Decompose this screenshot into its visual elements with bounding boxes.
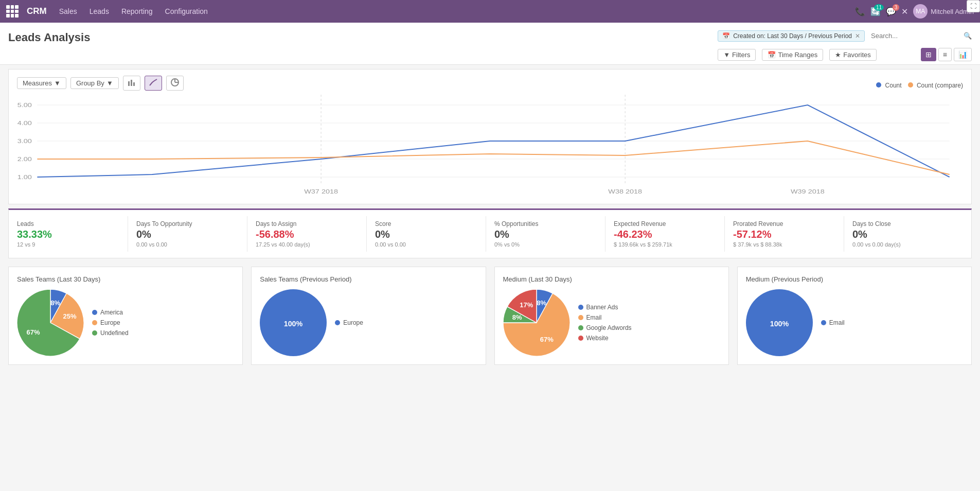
main-content: Measures ▼ Group By ▼ [0, 69, 980, 377]
view-chart-button[interactable]: 📊 [954, 48, 972, 61]
filter-tag-created: 📅 Created on: Last 30 Days / Previous Pe… [718, 30, 865, 42]
svg-rect-2 [133, 82, 135, 86]
fullscreen-button[interactable]: ⛶ [967, 0, 980, 12]
kpi-value-3: 0% [375, 229, 477, 240]
search-input[interactable] [867, 30, 961, 42]
pie-legend-item-0-0: America [92, 309, 129, 316]
pie-legend-dot-2-3 [578, 336, 583, 341]
pie-pct-0-1: 25% [63, 312, 76, 320]
count-compare-line [37, 141, 949, 174]
pie-legend-label-2-0: Banner Ads [586, 304, 618, 311]
kpi-item-6: Prorated Revenue -57.12% $ 37.9k vs $ 88… [725, 216, 844, 252]
kpi-sub-3: 0.00 vs 0.00 [375, 241, 477, 248]
pie-title-3: Medium (Previous Period) [746, 275, 963, 283]
pie-svg-3: 100% [746, 289, 813, 356]
y-label-2: 2.00 [17, 156, 32, 163]
menu-leads[interactable]: Leads [90, 7, 109, 15]
filters-button[interactable]: ▼ Filters [718, 49, 756, 61]
kpi-label-4: % Opportunities [494, 220, 597, 227]
pie-legend-dot-0-0 [92, 310, 97, 315]
pie-legend-dot-0-1 [92, 320, 97, 325]
measures-button[interactable]: Measures ▼ [17, 77, 66, 89]
pie-legend-item-0-1: Europe [92, 319, 129, 326]
kpi-sub-0: 12 vs 9 [17, 241, 119, 248]
view-list-button[interactable]: ≡ [938, 48, 952, 61]
pie-legend-item-2-0: Banner Ads [578, 304, 632, 311]
pie-legend-1: Europe [335, 319, 363, 326]
pie-card-0: Sales Teams (Last 30 Days)8%25%67% Ameri… [8, 267, 243, 365]
page-title: Leads Analysis [8, 27, 90, 48]
pie-pct-2-3: 17% [520, 301, 533, 309]
kpi-sub-5: $ 139.66k vs $ 259.71k [614, 241, 716, 248]
calendar-icon: 📅 [722, 32, 730, 40]
kpi-item-7: Days to Close 0% 0.00 vs 0.00 day(s) [844, 216, 963, 252]
kpi-item-5: Expected Revenue -46.23% $ 139.66k vs $ … [605, 216, 725, 252]
y-label-5: 5.00 [17, 102, 32, 109]
chart-toolbar: Measures ▼ Group By ▼ [17, 76, 184, 91]
pie-pct-0-2: 67% [26, 328, 40, 336]
kpi-item-3: Score 0% 0.00 vs 0.00 [367, 216, 486, 252]
pie-legend-item-3-0: Email [821, 319, 845, 326]
pie-pct-2-0: 8% [537, 299, 546, 306]
pie-legend-label-2-3: Website [586, 335, 609, 342]
kpi-item-0: Leads 33.33% 12 vs 9 [17, 216, 128, 252]
pie-title-0: Sales Teams (Last 30 Days) [17, 275, 234, 283]
app-grid-icon[interactable] [6, 5, 19, 17]
kpi-label-0: Leads [17, 220, 119, 227]
filter-close-icon[interactable]: ✕ [855, 32, 860, 40]
pie-legend-item-2-3: Website [578, 335, 632, 342]
pie-legend-dot-1-0 [335, 320, 340, 325]
kpi-value-0: 33.33% [17, 229, 119, 240]
bar-chart-button[interactable] [123, 76, 140, 91]
y-label-4: 4.00 [17, 120, 32, 127]
pie-pct-0-0: 8% [50, 299, 60, 306]
svg-rect-1 [131, 80, 132, 86]
chat-badge: 3 [893, 4, 900, 11]
pie-legend-label-3-0: Email [829, 319, 845, 326]
menu-reporting[interactable]: Reporting [121, 7, 153, 15]
filter-tag-text: Created on: Last 30 Days / Previous Peri… [733, 32, 852, 40]
line-chart-button[interactable] [145, 76, 162, 91]
pie-card-3: Medium (Previous Period)100% Email [737, 267, 972, 365]
activity-badge: 11 [874, 4, 884, 11]
kpi-value-1: 0% [136, 229, 239, 240]
kpi-label-1: Days To Opportunity [136, 220, 239, 227]
pie-legend-item-0-2: Undefined [92, 329, 129, 337]
nav-right: 📞 🔄 11 💬 3 ✕ MA Mitchell Admin [855, 4, 974, 19]
kpi-label-5: Expected Revenue [614, 220, 716, 227]
pie-svg-0: 8%25%67% [17, 289, 84, 356]
pie-legend-item-2-1: Email [578, 314, 632, 321]
pie-label-3-0: 100% [770, 320, 789, 328]
activity-icon[interactable]: 🔄 11 [870, 7, 881, 16]
menu-sales[interactable]: Sales [59, 7, 77, 15]
x-label-w38: W38 2018 [608, 188, 642, 195]
pie-svg-1: 100% [260, 289, 327, 356]
page-header: Leads Analysis 📅 Created on: Last 30 Day… [0, 23, 980, 65]
close-icon[interactable]: ✕ [901, 7, 908, 16]
kpi-value-5: -46.23% [614, 229, 716, 240]
pie-chart-button[interactable] [166, 76, 184, 91]
pie-legend-dot-3-0 [821, 320, 826, 325]
pie-legend-item-1-0: Europe [335, 319, 363, 326]
view-pivot-button[interactable]: ⊞ [921, 48, 936, 61]
favorites-button[interactable]: ★ Favorites [829, 49, 876, 61]
app-name[interactable]: CRM [27, 6, 47, 16]
y-label-3: 3.00 [17, 138, 32, 145]
search-icon[interactable]: 🔍 [964, 32, 972, 40]
group-by-button[interactable]: Group By ▼ [70, 77, 119, 89]
pie-legend-item-2-2: Google Adwords [578, 324, 632, 331]
pie-svg-2: 8%67%8%17% [503, 289, 570, 356]
user-avatar[interactable]: MA Mitchell Admin [913, 4, 974, 19]
menu-configuration[interactable]: Configuration [165, 7, 208, 15]
pie-legend-label-2-2: Google Adwords [586, 324, 632, 331]
kpi-label-2: Days to Assign [256, 220, 358, 227]
line-chart-container: 1.00 2.00 3.00 4.00 5.00 W37 2018 W38 20… [17, 95, 963, 198]
chart-legend: Count Count (compare) [876, 82, 963, 89]
pie-legend-label-2-1: Email [586, 314, 602, 321]
pie-legend-0: America Europe Undefined [92, 309, 129, 337]
chat-icon[interactable]: 💬 3 [886, 7, 896, 16]
clock-icon: 📅 [768, 51, 776, 59]
phone-icon[interactable]: 📞 [855, 7, 865, 16]
time-ranges-button[interactable]: 📅 Time Ranges [762, 49, 823, 61]
pie-section: Sales Teams (Last 30 Days)8%25%67% Ameri… [8, 262, 972, 369]
